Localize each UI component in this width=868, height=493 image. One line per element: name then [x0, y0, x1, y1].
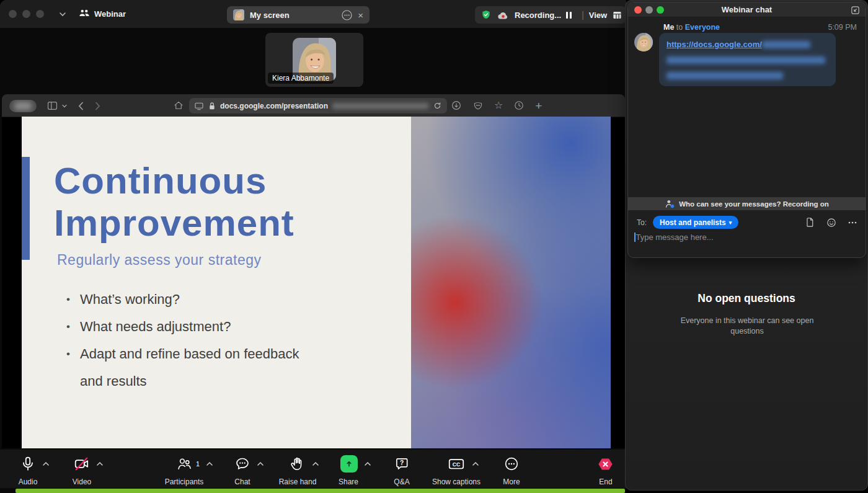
- participants-count-badge: 1: [196, 460, 200, 468]
- participants-options-chevron-icon[interactable]: [206, 461, 213, 466]
- chat-message-input[interactable]: Type message here...: [634, 233, 714, 242]
- webinar-people-icon: [78, 8, 91, 19]
- view-grid-icon[interactable]: [612, 11, 622, 20]
- tab-overview-control[interactable]: [9, 100, 37, 112]
- window-close-button[interactable]: [9, 10, 17, 18]
- video-button[interactable]: Video: [74, 455, 104, 473]
- link-redacted: [666, 56, 825, 64]
- downloads-icon[interactable]: [451, 100, 462, 111]
- cloud-recording-icon: [497, 10, 510, 20]
- my-screen-tab[interactable]: My screen ×: [227, 6, 370, 24]
- reload-icon[interactable]: [433, 101, 442, 110]
- recording-status-label: Recording...: [515, 11, 561, 20]
- presentation-slide: Continuous Improvement Regularly assess …: [22, 117, 611, 448]
- back-icon[interactable]: [78, 101, 84, 111]
- pop-in-window-icon[interactable]: [850, 5, 861, 16]
- participant-video-thumbnail[interactable]: Kiera Abbamonte: [265, 33, 363, 87]
- screen-share-border: [16, 489, 625, 493]
- captions-options-chevron-icon[interactable]: [472, 461, 479, 466]
- address-bar[interactable]: docs.google.com/presentation: [189, 98, 447, 113]
- qa-button[interactable]: ? Q&A: [394, 455, 410, 473]
- tab-options-icon[interactable]: [342, 10, 352, 20]
- recipient-selector[interactable]: Host and panelists ▾: [653, 216, 738, 229]
- meeting-toolbar: Audio Video 1 Participants: [0, 450, 626, 488]
- slide-gradient-artwork: [411, 117, 611, 448]
- attach-file-icon[interactable]: [805, 216, 815, 228]
- chat-button[interactable]: Chat: [234, 455, 264, 473]
- security-shield-icon[interactable]: [480, 9, 492, 20]
- chevron-down-icon[interactable]: [58, 11, 67, 18]
- participants-icon: [176, 456, 192, 472]
- link-redacted: [762, 41, 810, 48]
- end-meeting-icon: [597, 456, 614, 473]
- window-zoom-button[interactable]: [36, 10, 44, 18]
- audio-options-chevron-icon[interactable]: [42, 461, 50, 466]
- to-label: To:: [637, 218, 647, 227]
- slide-title: Continuous Improvement: [54, 160, 294, 244]
- message-header: Me to Everyone: [663, 23, 720, 32]
- zoom-main-window: Webinar My screen × Recording...: [0, 0, 626, 493]
- person-status-icon: [665, 198, 675, 209]
- slide-bullet: What’s working?: [65, 286, 313, 313]
- bookmark-star-icon[interactable]: ☆: [494, 100, 503, 110]
- history-clock-icon[interactable]: [513, 100, 525, 111]
- end-button[interactable]: End: [597, 455, 614, 473]
- chat-options-chevron-icon[interactable]: [257, 461, 264, 466]
- microphone-icon: [20, 456, 36, 472]
- pause-recording-icon[interactable]: [566, 12, 572, 19]
- link-redacted: [666, 72, 783, 79]
- tab-close-icon[interactable]: ×: [358, 11, 363, 20]
- raise-hand-icon: [290, 456, 306, 472]
- home-icon[interactable]: [173, 100, 184, 111]
- video-options-chevron-icon[interactable]: [96, 461, 104, 466]
- svg-text:?: ?: [400, 460, 404, 466]
- message-recipient[interactable]: Everyone: [685, 23, 720, 32]
- closed-captions-icon: CC: [447, 456, 466, 472]
- composer-more-icon[interactable]: [848, 218, 857, 228]
- slide-bullet: Adapt and refine based on feedback and r…: [65, 340, 313, 395]
- raise-hand-options-chevron-icon[interactable]: [312, 461, 319, 466]
- chat-window-title: Webinar chat: [628, 5, 866, 14]
- qa-empty-title: No open questions: [626, 292, 867, 305]
- more-ellipsis-icon: [503, 456, 520, 472]
- tab-title: My screen: [250, 11, 336, 20]
- message-sender: Me: [663, 23, 674, 32]
- message-timestamp: 5:09 PM: [828, 23, 857, 32]
- chat-message-bubble[interactable]: https://docs.google.com/: [659, 33, 836, 86]
- sidebar-icon[interactable]: [46, 100, 58, 111]
- chat-bubble-icon: [234, 456, 250, 472]
- chat-privacy-notice[interactable]: Who can see your messages? Recording on: [628, 197, 866, 210]
- sidebar-chevron-icon[interactable]: [61, 104, 68, 109]
- view-button-label[interactable]: View: [589, 11, 607, 20]
- more-button[interactable]: More: [503, 455, 520, 473]
- caret-down-icon: ▾: [729, 220, 732, 226]
- participants-button[interactable]: 1 Participants: [176, 455, 213, 473]
- raise-hand-button[interactable]: Raise hand: [290, 455, 319, 473]
- share-options-chevron-icon[interactable]: [364, 461, 371, 466]
- slide-subtitle: Regularly assess your strategy: [57, 252, 261, 269]
- input-placeholder: Type message here...: [636, 233, 714, 242]
- privacy-mask-icon[interactable]: [472, 100, 484, 111]
- tab-avatar: [233, 9, 244, 20]
- share-screen-icon: [340, 455, 358, 473]
- window-minimize-button[interactable]: [22, 10, 30, 18]
- message-to-word: to: [676, 23, 683, 32]
- new-tab-plus-icon[interactable]: +: [535, 100, 542, 112]
- forward-icon[interactable]: [94, 101, 101, 111]
- browser-window: docs.google.com/presentation ☆: [2, 94, 625, 448]
- text-cursor: [634, 233, 636, 242]
- browser-toolbar: docs.google.com/presentation ☆: [2, 94, 625, 117]
- zoom-titlebar: Webinar My screen × Recording...: [0, 0, 626, 28]
- emoji-icon[interactable]: [826, 217, 837, 228]
- qa-empty-subtitle: Everyone in this webinar can see open qu…: [670, 316, 825, 337]
- share-button[interactable]: Share: [340, 455, 371, 473]
- slide-bullet: What needs adjustment?: [65, 313, 313, 340]
- shared-link[interactable]: https://docs.google.com/: [666, 40, 762, 49]
- captions-button[interactable]: CC Show captions: [447, 455, 479, 473]
- slide-accent-bar: [22, 157, 30, 260]
- audio-button[interactable]: Audio: [20, 455, 50, 473]
- chat-titlebar: Webinar chat: [628, 2, 866, 17]
- lock-icon: [208, 102, 216, 110]
- screen: Webinar My screen × Recording...: [0, 0, 868, 493]
- page-settings-icon[interactable]: [194, 102, 204, 110]
